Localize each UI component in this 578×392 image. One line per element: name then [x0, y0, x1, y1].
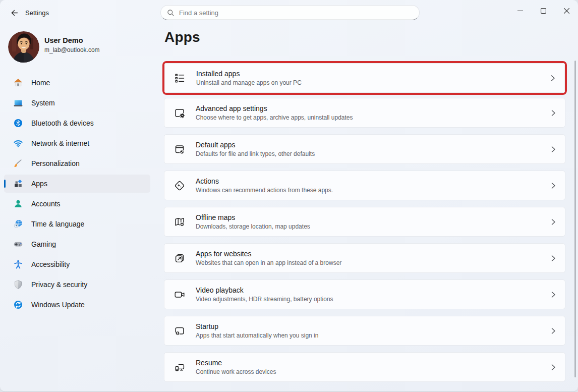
gaming-icon [13, 239, 23, 249]
search-box [160, 5, 420, 20]
actions-icon [174, 180, 186, 192]
sidebar-item-accessibility[interactable]: Accessibility [4, 255, 150, 273]
back-arrow-icon [10, 9, 19, 17]
chevron-right-icon [550, 146, 557, 153]
settings-window: Settings [0, 0, 578, 392]
system-icon [13, 98, 23, 108]
sidebar-item-label: Home [31, 79, 50, 87]
sidebar-item-bluetooth-devices[interactable]: Bluetooth & devices [4, 114, 150, 132]
settings-row-startup[interactable]: Startup Apps that start automatically wh… [164, 316, 565, 346]
chevron-right-icon [550, 255, 557, 262]
row-subtitle: Windows can recommend actions from these… [196, 187, 333, 194]
app-title: Settings [25, 9, 49, 17]
network-icon [13, 138, 23, 148]
row-title: Actions [196, 177, 333, 185]
minimize-button[interactable] [508, 0, 532, 21]
sidebar-item-gaming[interactable]: Gaming [4, 235, 150, 253]
close-button[interactable] [555, 0, 578, 21]
highlight-annotation: Installed apps Uninstall and manage apps… [162, 61, 567, 95]
row-title: Apps for websites [196, 250, 341, 258]
windows-update-icon [13, 300, 23, 310]
apps-icon [13, 179, 23, 189]
time-language-icon [13, 219, 23, 229]
bluetooth-icon [13, 118, 23, 128]
maximize-button[interactable] [532, 0, 555, 21]
close-icon [564, 8, 569, 14]
settings-list: Installed apps Uninstall and manage apps… [164, 61, 565, 388]
settings-row-actions[interactable]: Actions Windows can recommend actions fr… [164, 171, 565, 200]
maximize-icon [541, 8, 546, 14]
settings-row-advanced-app-settings[interactable]: Advanced app settings Choose where to ge… [164, 98, 565, 128]
settings-row-default-apps[interactable]: Default apps Defaults for file and link … [164, 134, 565, 164]
settings-row-apps-for-websites[interactable]: Apps for websites Websites that can open… [164, 243, 565, 273]
chevron-right-icon [550, 364, 557, 371]
back-button[interactable] [7, 6, 22, 20]
accounts-icon [13, 199, 23, 209]
sidebar-item-label: Accessibility [31, 260, 70, 268]
row-title: Default apps [196, 141, 315, 149]
advanced-app-settings-icon [174, 107, 186, 119]
accessibility-icon [13, 259, 23, 269]
chevron-right-icon [550, 182, 557, 189]
apps-for-websites-icon [174, 252, 186, 264]
row-subtitle: Downloads, storage location, map updates [196, 223, 310, 230]
sidebar-item-label: Accounts [31, 200, 61, 208]
avatar [8, 31, 39, 63]
sidebar-item-personalization[interactable]: Personalization [4, 154, 150, 173]
row-title: Offline maps [196, 213, 310, 221]
settings-row-video-playback[interactable]: Video playback Video adjustments, HDR st… [164, 279, 565, 309]
chevron-right-icon [550, 327, 557, 334]
sidebar-item-label: Gaming [31, 240, 56, 248]
sidebar-item-label: Apps [31, 180, 47, 188]
sidebar: Home System Bluetooth & devices Network … [4, 74, 150, 316]
personalization-icon [13, 158, 23, 169]
scrollbar[interactable] [574, 61, 576, 377]
row-title: Advanced app settings [196, 104, 353, 113]
sidebar-item-windows-update[interactable]: Windows Update [4, 296, 150, 314]
sidebar-item-privacy-security[interactable]: Privacy & security [4, 275, 150, 294]
row-title: Video playback [196, 286, 333, 294]
row-subtitle: Websites that can open in an app instead… [196, 259, 341, 266]
sidebar-item-label: Windows Update [31, 301, 85, 309]
chevron-right-icon [549, 75, 556, 82]
sidebar-item-accounts[interactable]: Accounts [4, 195, 150, 213]
resume-icon [174, 361, 186, 373]
search-input[interactable] [179, 9, 413, 17]
sidebar-item-label: System [31, 99, 55, 107]
search-icon [167, 9, 175, 17]
privacy-security-icon [13, 279, 23, 290]
row-title: Resume [196, 359, 276, 367]
startup-icon [174, 325, 186, 337]
row-subtitle: Defaults for file and link types, other … [196, 150, 315, 157]
sidebar-item-label: Privacy & security [31, 281, 87, 289]
video-playback-icon [174, 289, 186, 301]
sidebar-item-time-language[interactable]: Time & language [4, 215, 150, 233]
sidebar-item-label: Network & internet [31, 139, 89, 147]
settings-row-resume[interactable]: Resume Continue work across devices [164, 352, 565, 382]
page-title: Apps [164, 29, 200, 45]
sidebar-item-network-internet[interactable]: Network & internet [4, 134, 150, 152]
row-subtitle: Apps that start automatically when you s… [196, 332, 318, 339]
chevron-right-icon [550, 109, 557, 117]
default-apps-icon [174, 143, 186, 155]
row-subtitle: Choose where to get apps, archive apps, … [196, 114, 353, 121]
home-icon [13, 78, 23, 88]
sidebar-item-label: Bluetooth & devices [31, 119, 94, 127]
minimize-icon [517, 8, 523, 14]
chevron-right-icon [550, 291, 557, 298]
row-subtitle: Continue work across devices [196, 368, 276, 375]
sidebar-item-label: Time & language [31, 220, 84, 228]
chevron-right-icon [550, 218, 557, 226]
row-title: Startup [196, 322, 318, 330]
sidebar-item-label: Personalization [31, 159, 80, 167]
profile-name: User Demo [44, 36, 83, 44]
row-subtitle: Video adjustments, HDR streaming, batter… [196, 296, 333, 303]
row-title: Installed apps [196, 70, 302, 78]
row-subtitle: Uninstall and manage apps on your PC [196, 79, 302, 86]
sidebar-item-apps[interactable]: Apps [4, 175, 150, 193]
settings-row-installed-apps[interactable]: Installed apps Uninstall and manage apps… [164, 63, 565, 93]
sidebar-item-home[interactable]: Home [4, 74, 150, 92]
settings-row-offline-maps[interactable]: Offline maps Downloads, storage location… [164, 207, 565, 237]
sidebar-item-system[interactable]: System [4, 94, 150, 112]
installed-apps-icon [174, 72, 186, 84]
